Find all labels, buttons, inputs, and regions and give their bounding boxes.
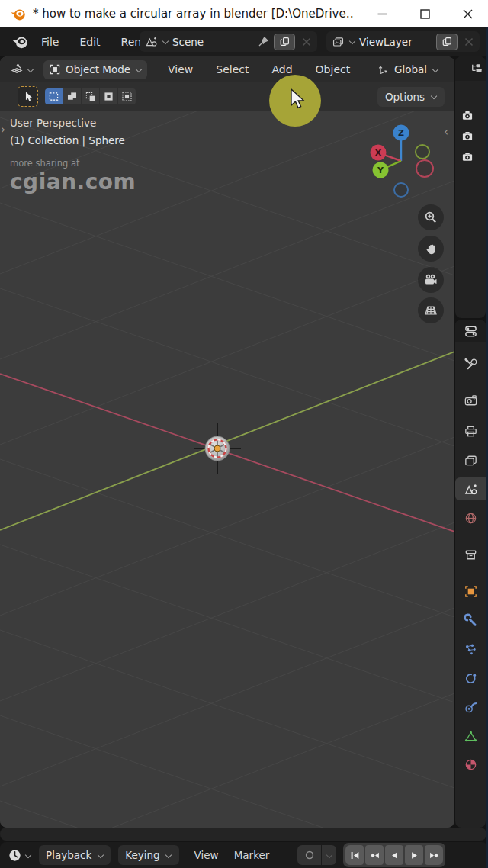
tab-particles[interactable] <box>455 638 486 661</box>
tab-viewlayer[interactable] <box>455 448 486 471</box>
scene-icon <box>145 35 158 48</box>
gizmo-axis-neg-x[interactable] <box>416 160 433 177</box>
gizmo-z-label: Z <box>398 128 404 138</box>
navigation-gizmo[interactable]: Z X Y <box>364 121 438 205</box>
properties-editor <box>455 320 486 828</box>
menu-timeline-marker[interactable]: Marker <box>234 849 270 861</box>
gizmo-axis-neg-y[interactable] <box>416 145 429 159</box>
record-circle-icon <box>303 849 316 861</box>
tab-object[interactable] <box>455 580 486 603</box>
outliner-editor-icon[interactable] <box>469 62 483 76</box>
viewport-scene <box>0 111 454 828</box>
close-button[interactable] <box>456 2 479 25</box>
menu-select[interactable]: Select <box>214 62 251 77</box>
chevron-down-icon <box>430 93 437 100</box>
tool-settings-bar: Options <box>0 82 454 111</box>
gizmo-y-label: Y <box>377 166 384 175</box>
menu-view[interactable]: View <box>165 62 195 77</box>
playback-label: Playback <box>46 849 92 861</box>
render-visibility-camera-icon[interactable] <box>459 128 476 143</box>
menu-timeline-view[interactable]: View <box>194 849 219 861</box>
options-dropdown[interactable]: Options <box>377 87 445 107</box>
auto-keying-options-button[interactable] <box>322 845 336 865</box>
timeline-header: Playback Keying View Marker <box>0 842 488 868</box>
tab-scene[interactable] <box>455 477 486 500</box>
jump-to-start-button[interactable] <box>345 845 364 865</box>
pan-button[interactable] <box>418 236 444 262</box>
scene-selector[interactable]: Scene <box>140 31 317 52</box>
tab-material[interactable] <box>455 753 486 776</box>
select-mode-set[interactable] <box>45 88 63 104</box>
select-mode-group <box>45 88 136 104</box>
remove-viewlayer-icon <box>461 37 477 47</box>
editor-type-button[interactable] <box>8 61 36 79</box>
menu-add[interactable]: Add <box>269 62 294 77</box>
minimize-button[interactable] <box>371 2 393 25</box>
menu-edit[interactable]: Edit <box>77 34 102 50</box>
properties-editor-icon[interactable] <box>464 324 478 339</box>
object-origin-dot <box>214 445 220 452</box>
tab-tool[interactable] <box>455 353 486 376</box>
topbar-menus: File Edit Ren <box>39 34 143 50</box>
pin-icon[interactable] <box>257 35 270 48</box>
play-reverse-button[interactable] <box>385 845 403 865</box>
select-mode-invert[interactable] <box>100 88 117 104</box>
timeline-track-area[interactable] <box>0 828 486 841</box>
chevron-down-icon <box>162 38 169 45</box>
tab-render[interactable] <box>455 389 486 412</box>
playback-controls <box>343 843 445 867</box>
mode-dropdown[interactable]: Object Mode <box>43 60 147 79</box>
zoom-button[interactable] <box>418 204 444 230</box>
viewlayer-name: ViewLayer <box>359 36 432 48</box>
tab-collection[interactable] <box>455 543 486 566</box>
sphere-object[interactable] <box>194 423 241 474</box>
sidebar-expand-icon[interactable]: ‹ <box>444 127 448 138</box>
select-mode-extend[interactable] <box>63 88 81 104</box>
select-mode-intersect[interactable] <box>118 88 136 104</box>
menu-object[interactable]: Object <box>313 62 353 77</box>
viewlayer-icon <box>332 35 345 48</box>
select-mode-subtract[interactable] <box>82 88 99 104</box>
cursor-arrow-icon <box>21 90 34 103</box>
viewport-header: Object Mode View Select Add Object Globa… <box>0 56 454 82</box>
tab-output[interactable] <box>455 420 486 442</box>
tab-world[interactable] <box>455 506 486 529</box>
toolbar-expand-icon[interactable]: › <box>1 124 5 136</box>
menu-file[interactable]: File <box>39 34 61 50</box>
active-tool-select-box[interactable] <box>18 86 38 107</box>
scene-name: Scene <box>172 36 253 48</box>
gizmo-axis-neg-z[interactable] <box>394 183 408 197</box>
auto-keying-button[interactable] <box>297 845 321 865</box>
tab-constraints[interactable] <box>455 696 486 719</box>
next-keyframe-button[interactable] <box>425 845 443 865</box>
gizmo-x-label: X <box>375 148 382 158</box>
chevron-down-icon <box>432 66 438 73</box>
viewport-canvas[interactable]: User Perspective (1) Collection | Sphere… <box>0 111 454 828</box>
previous-keyframe-button[interactable] <box>365 845 384 865</box>
chevron-down-icon <box>24 852 31 859</box>
chevron-down-icon <box>97 852 104 859</box>
keying-dropdown[interactable]: Keying <box>118 845 178 865</box>
properties-header <box>455 320 486 342</box>
outliner-header <box>455 56 486 81</box>
render-visibility-camera-icon[interactable] <box>459 149 476 164</box>
auto-keying-group <box>297 845 336 865</box>
timeline-editor-button[interactable] <box>8 848 31 863</box>
playback-dropdown[interactable]: Playback <box>39 845 111 865</box>
viewlayer-selector[interactable]: ViewLayer <box>326 31 480 52</box>
maximize-button[interactable] <box>413 2 436 25</box>
tab-object-data[interactable] <box>455 725 486 747</box>
perspective-toggle-button[interactable] <box>418 297 444 323</box>
object-mode-icon <box>49 63 61 76</box>
unlink-scene-icon <box>299 37 314 47</box>
blender-app-menu-icon[interactable] <box>11 34 28 50</box>
camera-view-button[interactable] <box>418 267 444 293</box>
new-scene-button[interactable] <box>274 34 295 50</box>
chevron-down-icon <box>348 38 355 45</box>
new-viewlayer-button[interactable] <box>436 34 458 50</box>
play-button[interactable] <box>405 845 423 865</box>
render-visibility-camera-icon[interactable] <box>459 108 476 123</box>
orientation-dropdown[interactable]: Global <box>371 60 444 79</box>
tab-physics[interactable] <box>455 667 486 690</box>
tab-modifiers[interactable] <box>455 609 486 632</box>
